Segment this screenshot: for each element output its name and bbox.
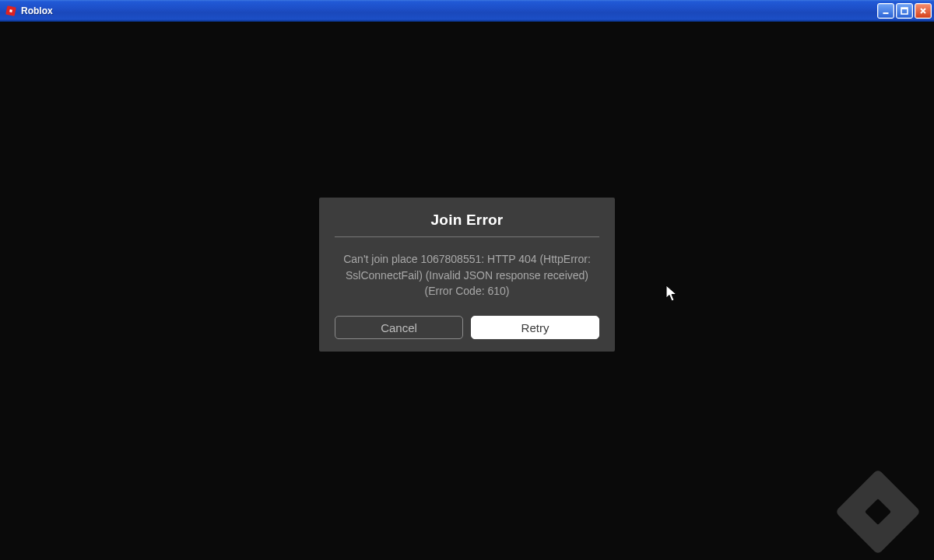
cancel-button[interactable]: Cancel [335, 316, 463, 339]
svg-rect-2 [883, 12, 889, 14]
maximize-button[interactable] [896, 3, 913, 19]
window-controls [877, 3, 932, 19]
retry-button-label: Retry [521, 321, 550, 334]
minimize-button[interactable] [877, 3, 894, 19]
error-dialog: Join Error Can't join place 1067808551: … [319, 198, 615, 352]
svg-rect-1 [9, 9, 12, 12]
app-content: Join Error Can't join place 1067808551: … [0, 22, 934, 560]
dialog-message: Can't join place 1067808551: HTTP 404 (H… [335, 251, 599, 316]
roblox-logo-icon [825, 459, 931, 560]
dialog-divider [335, 236, 599, 237]
app-icon [5, 5, 17, 17]
window-titlebar: Roblox [0, 0, 934, 22]
cursor-icon [665, 285, 679, 306]
dialog-actions: Cancel Retry [335, 316, 599, 339]
cancel-button-label: Cancel [381, 321, 417, 334]
dialog-title: Join Error [335, 212, 599, 236]
close-button[interactable] [915, 3, 932, 19]
window-title: Roblox [21, 5, 53, 16]
svg-rect-4 [901, 8, 908, 9]
retry-button[interactable]: Retry [471, 316, 599, 339]
